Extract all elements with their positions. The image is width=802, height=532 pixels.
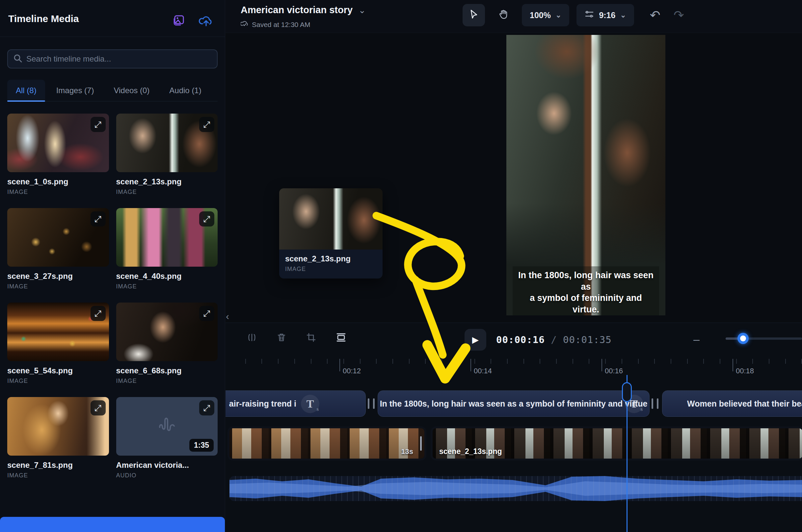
video-preview-frame[interactable]: In the 1800s, long hair was seen as a sy…: [507, 35, 665, 316]
dragged-type-label: IMAGE: [285, 266, 377, 272]
expand-icon[interactable]: ⤢: [199, 211, 214, 227]
media-card[interactable]: ⤢ scene_7_81s.png IMAGE: [7, 397, 109, 479]
audio-thumbnail[interactable]: 1:35 ⤢: [116, 397, 218, 456]
playhead-handle[interactable]: [622, 382, 632, 402]
zoom-slider-track[interactable]: [726, 338, 802, 340]
clip-filename-label: scene_2_13s.png: [439, 447, 502, 456]
media-thumbnail[interactable]: ⤢: [116, 303, 218, 361]
cloud-sync-icon: [241, 20, 249, 28]
hand-tool-button[interactable]: [492, 4, 515, 26]
undo-icon[interactable]: ↶: [650, 9, 661, 21]
timeline-toolbar: [247, 332, 347, 344]
sidebar-header: Timeline Media: [0, 0, 225, 37]
preview-caption: In the 1800s, long hair was seen as a sy…: [513, 266, 659, 316]
media-grid: ⤢ scene_1_0s.png IMAGE ⤢ scene_2_13s.png…: [7, 114, 217, 479]
save-status: Saved at 12:30 AM: [241, 20, 310, 28]
search-input[interactable]: [26, 54, 212, 63]
delete-clip-icon[interactable]: [276, 332, 287, 344]
media-thumbnail[interactable]: ⤢: [7, 208, 109, 267]
media-card[interactable]: ⤢ scene_6_68s.png IMAGE: [116, 303, 218, 384]
expand-icon[interactable]: ⤢: [91, 400, 106, 416]
canvas-toolbar: 100% ⌄ 9:16 ⌄ ↶ ↷: [462, 4, 684, 26]
media-type-label: IMAGE: [7, 378, 109, 384]
video-track: 13s scene_2_13s.png: [226, 428, 802, 459]
media-type-label: IMAGE: [116, 189, 218, 195]
cloud-upload-icon[interactable]: [198, 14, 214, 28]
search-bar[interactable]: [7, 50, 217, 69]
dragged-media-card[interactable]: scene_2_13s.png IMAGE: [279, 188, 383, 279]
audio-track[interactable]: [229, 476, 802, 501]
video-clip[interactable]: scene_2_13s.png: [433, 428, 802, 459]
media-gallery-icon[interactable]: [171, 14, 185, 28]
redo-icon[interactable]: ↷: [674, 9, 684, 21]
time-separator: /: [551, 334, 557, 345]
media-type-label: AUDIO: [116, 472, 218, 479]
chevron-down-icon: ⌄: [555, 12, 561, 19]
chevron-down-icon[interactable]: ⌄: [359, 6, 366, 15]
media-filename: scene_6_68s.png: [116, 366, 218, 375]
media-card[interactable]: ⤢ scene_4_40s.png IMAGE: [116, 208, 218, 290]
text-clip-content: In the 1800s, long hair was seen as a sy…: [380, 399, 648, 408]
crop-icon[interactable]: [306, 332, 317, 344]
clip-trim-handle[interactable]: [420, 436, 422, 451]
media-card[interactable]: ⤢ scene_2_13s.png IMAGE: [116, 114, 218, 195]
split-clip-icon[interactable]: [247, 332, 257, 344]
media-card[interactable]: ⤢ scene_5_54s.png IMAGE: [7, 303, 109, 384]
expand-icon[interactable]: ⤢: [91, 211, 106, 227]
collapse-panel-icon[interactable]: ‹: [226, 311, 229, 322]
media-card-audio[interactable]: 1:35 ⤢ American victoria... AUDIO: [116, 397, 218, 479]
zoom-level-dropdown[interactable]: 100% ⌄: [522, 4, 569, 26]
media-thumbnail[interactable]: ⤢: [116, 208, 218, 267]
media-type-label: IMAGE: [116, 378, 218, 384]
media-card[interactable]: ⤢ scene_3_27s.png IMAGE: [7, 208, 109, 290]
timecode-display: 00:00:16 / 00:01:35: [496, 334, 612, 345]
video-clip[interactable]: 13s: [229, 428, 424, 459]
zoom-slider-knob[interactable]: [738, 333, 749, 344]
media-thumbnail[interactable]: ⤢: [116, 114, 218, 172]
timeline-ruler[interactable]: 00:12 00:14 00:16 00:18: [226, 358, 802, 381]
text-clip[interactable]: air-raising trend i Ts: [226, 391, 366, 417]
top-bar: American victorian story ⌄ Saved at 12:3…: [226, 0, 802, 33]
media-thumbnail[interactable]: ⤢: [7, 114, 109, 172]
ruler-label: 00:16: [605, 367, 623, 375]
aspect-ratio-dropdown[interactable]: 9:16 ⌄: [576, 4, 634, 26]
zoom-out-icon[interactable]: –: [693, 333, 700, 346]
tab-audio[interactable]: Audio (1): [161, 80, 210, 101]
sidebar-bottom-bar[interactable]: [0, 517, 225, 532]
total-duration: 00:01:35: [563, 334, 612, 345]
current-time: 00:00:16: [496, 334, 545, 345]
tab-all[interactable]: All (8): [7, 80, 45, 101]
search-icon: [13, 54, 22, 64]
expand-icon[interactable]: ⤢: [199, 306, 214, 321]
play-button[interactable]: ▶: [464, 329, 486, 350]
tab-videos[interactable]: Videos (0): [105, 80, 158, 101]
media-thumbnail[interactable]: ⤢: [7, 303, 109, 361]
project-title: American victorian story: [241, 5, 352, 16]
clip-trim-handles[interactable]: [652, 398, 658, 409]
media-type-label: IMAGE: [7, 283, 109, 290]
clip-trim-handles[interactable]: [368, 398, 375, 409]
media-filename: scene_5_54s.png: [7, 366, 109, 375]
tab-images[interactable]: Images (7): [48, 80, 103, 101]
expand-icon[interactable]: ⤢: [199, 400, 214, 416]
playhead[interactable]: [627, 375, 628, 532]
media-thumbnail[interactable]: ⤢: [7, 397, 109, 456]
hand-icon: [498, 9, 509, 21]
ruler-label: 00:12: [343, 367, 361, 375]
media-card[interactable]: ⤢ scene_1_0s.png IMAGE: [7, 114, 109, 195]
text-clip[interactable]: In the 1800s, long hair was seen as a sy…: [378, 391, 650, 417]
media-filename: scene_4_40s.png: [116, 271, 218, 281]
select-tool-button[interactable]: [462, 4, 485, 26]
text-clip-content: air-raising trend i: [229, 399, 296, 408]
text-tool-cursor-icon: Ts: [301, 395, 319, 413]
fit-view-icon[interactable]: [336, 332, 347, 344]
media-filename: American victoria...: [116, 460, 218, 470]
text-clip[interactable]: Women believed that their beau: [662, 391, 802, 417]
project-title-row[interactable]: American victorian story ⌄: [241, 5, 366, 16]
expand-icon[interactable]: ⤢: [199, 117, 214, 132]
dragged-thumbnail: [279, 188, 383, 249]
zoom-level-value: 100%: [530, 11, 551, 20]
cursor-icon: [468, 9, 479, 21]
expand-icon[interactable]: ⤢: [91, 117, 106, 132]
expand-icon[interactable]: ⤢: [91, 306, 106, 321]
